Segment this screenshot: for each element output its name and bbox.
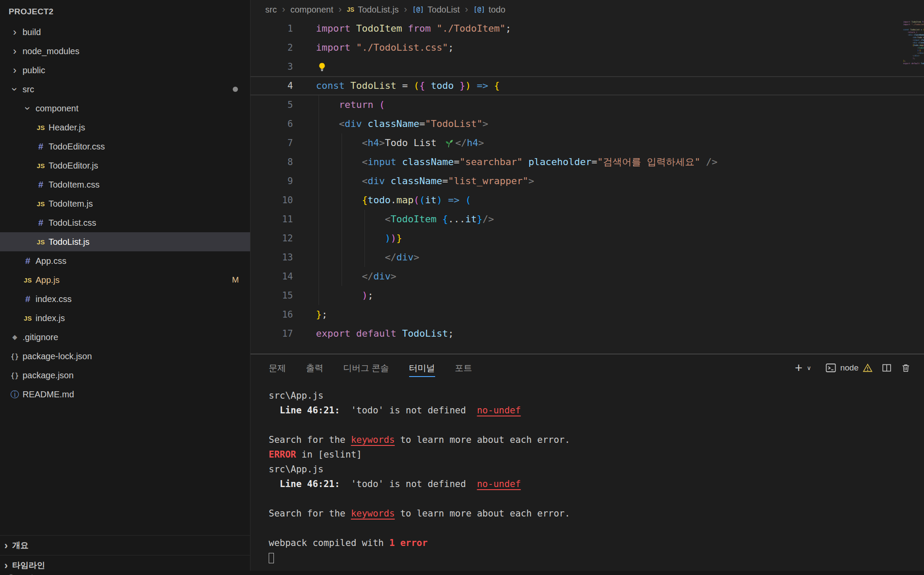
node-terminal-indicator[interactable]: node	[825, 363, 873, 373]
code-line-2[interactable]: 2import "./TodoList.css";	[251, 38, 924, 57]
breadcrumb-item-todolist[interactable]: [@]TodoList	[412, 5, 460, 15]
code-line-6[interactable]: 6 <div className="TodoList">	[251, 114, 924, 133]
file-icon-slot: JS	[34, 200, 48, 208]
file-tree-item-public[interactable]: ›public	[0, 61, 250, 80]
panel-tab-debug-console[interactable]: 디버그 콘솔	[343, 354, 389, 381]
git-modified-badge: M	[232, 275, 239, 285]
file-name: .gitignore	[23, 332, 58, 342]
terminal-icon	[825, 363, 836, 373]
terminal-line	[269, 521, 924, 536]
seedling-icon	[443, 138, 454, 149]
code-line-12[interactable]: 12 ))}	[251, 229, 924, 248]
code-line-16[interactable]: 16};	[251, 305, 924, 324]
code-line-5[interactable]: 5 return (	[251, 95, 924, 114]
terminal-line: src\App.js	[269, 388, 924, 403]
terminal-text: to learn more about each error.	[395, 508, 570, 519]
file-tree-item-package-lock-json[interactable]: {}package-lock.json	[0, 347, 250, 366]
code-line-7[interactable]: 7 <h4>Todo List </h4>	[251, 133, 924, 153]
file-icon-slot: #	[21, 294, 35, 304]
outline-section-header[interactable]: ›개요	[0, 535, 250, 555]
file-tree-item-build[interactable]: ›build	[0, 23, 250, 42]
breadcrumb-item-todo[interactable]: [@]todo	[473, 5, 505, 15]
indent-guide	[342, 133, 342, 286]
terminal-link[interactable]: no-undef	[477, 479, 521, 489]
explorer-project-header[interactable]: PROJECT2	[0, 0, 250, 23]
code-line-10[interactable]: 10 {todo.map((it) => (	[251, 191, 924, 210]
file-tree-item-app-js[interactable]: JSApp.jsM	[0, 270, 250, 289]
file-tree-item-node-modules[interactable]: ›node_modules	[0, 42, 250, 61]
editor-column: src›component›JSTodoList.js›[@]TodoList›…	[251, 0, 924, 575]
terminal-link[interactable]: no-undef	[477, 405, 521, 416]
explorer-sidebar: PROJECT2 ›build›node_modules›public›src›…	[0, 0, 251, 575]
breadcrumb-separator-icon: ›	[338, 4, 342, 15]
file-tree-item-todoitem-js[interactable]: JSTodoItem.js	[0, 194, 250, 213]
warning-icon	[862, 363, 873, 373]
chevron-right-icon: ›	[4, 560, 8, 571]
line-number: 4	[251, 76, 293, 95]
kill-terminal-button[interactable]	[901, 363, 911, 373]
panel-tab-problems[interactable]: 문제	[269, 354, 286, 381]
code-line-8[interactable]: 8 <input className="searchbar" placehold…	[251, 153, 924, 172]
terminal-link[interactable]: keywords	[351, 508, 395, 519]
file-tree-item-todoitem-css[interactable]: #TodoItem.css	[0, 175, 250, 194]
file-tree-item-gitignore[interactable]: ◆.gitignore	[0, 328, 250, 347]
js-file-icon: JS	[21, 276, 34, 284]
code-line-1[interactable]: 1import TodoItem from "./TodoItem";	[251, 19, 924, 38]
file-tree-item-index-js[interactable]: JSindex.js	[0, 309, 250, 328]
chevron-right-icon: ›	[13, 27, 16, 37]
terminal-link[interactable]: keywords	[351, 435, 395, 445]
file-name: component	[36, 104, 78, 114]
code-editor[interactable]: 1import TodoItem from "./TodoItem";2impo…	[251, 19, 924, 354]
file-tree-item-todoeditor-js[interactable]: JSTodoEditor.js	[0, 156, 250, 175]
file-icon-slot: #	[34, 218, 48, 228]
code-line-11[interactable]: 11 <TodoItem {...it}/>	[251, 210, 924, 229]
lightbulb-icon[interactable]	[317, 62, 327, 73]
minimap[interactable]: import TodoItem from "./TodoItem";import…	[903, 21, 924, 65]
js-file-icon: JS	[34, 200, 47, 208]
panel-tab-terminal[interactable]: 터미널	[409, 354, 435, 381]
code-line-13[interactable]: 13 </div>	[251, 248, 924, 267]
status-icon: ⊘	[8, 572, 14, 575]
breadcrumb-label: TodoList	[427, 5, 460, 15]
terminal-profile-chevron-icon[interactable]: ∨	[807, 364, 811, 371]
panel-tab-output[interactable]: 출력	[306, 354, 323, 381]
folder-chevron: ›	[8, 65, 22, 75]
status-bar: ⊘ △	[0, 571, 924, 575]
file-name: node_modules	[23, 46, 79, 56]
code-line-4[interactable]: 4const TodoList = ({ todo }) => {	[251, 76, 924, 95]
file-tree-item-src[interactable]: ›src	[0, 80, 250, 99]
breadcrumb-item-component[interactable]: component	[290, 5, 333, 15]
panel-tab-ports[interactable]: 포트	[455, 354, 472, 381]
line-number: 5	[251, 95, 293, 114]
file-tree-item-app-css[interactable]: #App.css	[0, 251, 250, 270]
breadcrumb-item-todolist-js[interactable]: JSTodoList.js	[347, 5, 399, 15]
file-icon-slot: #	[34, 141, 48, 152]
file-tree-item-todoeditor-css[interactable]: #TodoEditor.css	[0, 137, 250, 156]
section-label: 타임라인	[12, 560, 45, 571]
terminal-output[interactable]: src\App.js Line 46:21: 'todo' is not def…	[251, 381, 924, 575]
code-line-15[interactable]: 15 );	[251, 286, 924, 305]
folder-chevron: ›	[8, 84, 22, 94]
split-terminal-button[interactable]	[882, 363, 892, 373]
breadcrumb-item-src[interactable]: src	[265, 5, 277, 15]
new-terminal-button[interactable]: +	[795, 361, 803, 374]
breadcrumb-label: TodoList.js	[358, 5, 399, 15]
code-lines: 1import TodoItem from "./TodoItem";2impo…	[251, 19, 924, 343]
code-line-3[interactable]: 3	[251, 57, 924, 76]
file-tree-item-header-js[interactable]: JSHeader.js	[0, 118, 250, 137]
file-tree-item-package-json[interactable]: {}package.json	[0, 366, 250, 385]
symbol-variable-icon: [@]	[473, 6, 485, 13]
file-tree-item-index-css[interactable]: #index.css	[0, 289, 250, 309]
code-line-14[interactable]: 14 </div>	[251, 267, 924, 286]
css-file-icon: #	[21, 294, 34, 304]
breadcrumb-separator-icon: ›	[465, 4, 468, 15]
terminal-line	[269, 550, 924, 565]
code-line-17[interactable]: 17export default TodoList;	[251, 324, 924, 343]
code-line-9[interactable]: 9 <div className="list_wrapper">	[251, 172, 924, 191]
file-tree-item-todolist-js[interactable]: JSTodoList.js	[0, 232, 250, 251]
terminal-line: ERROR in [eslint]	[269, 447, 924, 462]
file-tree-item-todolist-css[interactable]: #TodoList.css	[0, 213, 250, 232]
file-tree-item-component[interactable]: ›component	[0, 99, 250, 118]
panel-tab-bar: 문제출력디버그 콘솔터미널포트 + ∨ node	[251, 354, 924, 381]
file-tree-item-readme-md[interactable]: ⓘREADME.md	[0, 385, 250, 404]
